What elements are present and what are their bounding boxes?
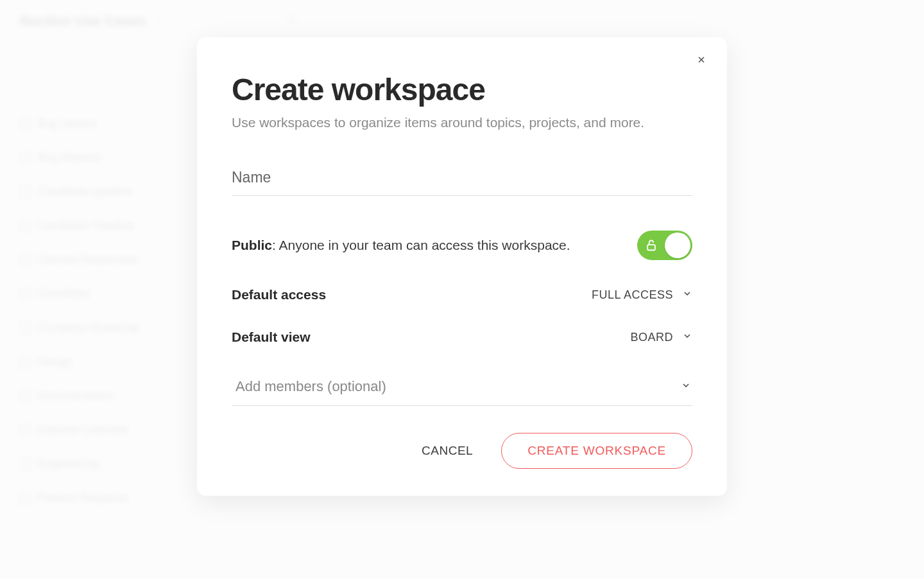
default-view-label: Default view [232,329,311,345]
default-access-label: Default access [232,287,326,302]
public-description: : Anyone in your team can access this wo… [272,238,570,252]
chevron-down-icon [682,288,692,301]
default-view-value: BOARD [630,331,673,344]
unlock-icon [645,239,658,252]
default-view-dropdown[interactable]: BOARD [630,331,692,344]
toggle-knob [665,232,690,258]
default-access-value: FULL ACCESS [592,288,673,302]
public-text: Public: Anyone in your team can access t… [232,238,570,253]
cancel-button[interactable]: CANCEL [422,444,473,458]
close-icon [696,53,706,68]
chevron-down-icon [682,331,692,344]
workspace-name-input[interactable] [232,165,692,196]
modal-subtitle: Use workspaces to organize items around … [232,115,692,130]
close-button[interactable] [691,50,712,71]
chevron-down-icon [681,380,691,393]
modal-title: Create workspace [232,72,692,107]
create-workspace-button[interactable]: CREATE WORKSPACE [501,433,692,469]
default-view-row: Default view BOARD [232,329,692,345]
public-row: Public: Anyone in your team can access t… [232,231,692,260]
create-workspace-modal: Create workspace Use workspaces to organ… [197,37,727,496]
default-access-dropdown[interactable]: FULL ACCESS [592,288,692,302]
public-label: Public [232,238,272,252]
svg-rect-4 [647,245,655,250]
add-members-placeholder: Add members (optional) [235,378,386,395]
default-access-row: Default access FULL ACCESS [232,287,692,302]
modal-actions: CANCEL CREATE WORKSPACE [232,433,692,469]
public-toggle[interactable] [637,231,692,260]
add-members-field[interactable]: Add members (optional) [232,372,692,406]
